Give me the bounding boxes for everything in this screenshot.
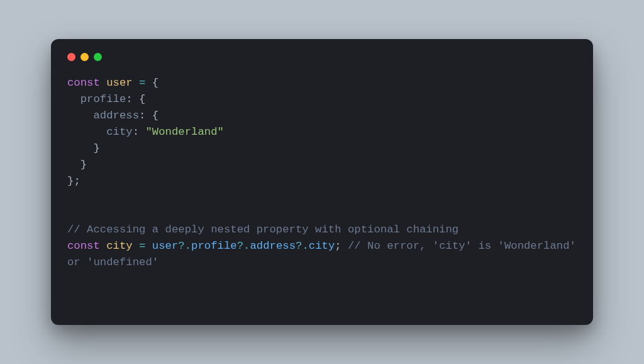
whitespace	[341, 240, 348, 252]
property-city: city	[106, 126, 132, 138]
comment-line: // Accessing a deeply nested property wi…	[67, 224, 458, 236]
keyword-const: const	[67, 77, 100, 89]
whitespace	[133, 240, 139, 252]
indent	[67, 159, 80, 171]
identifier-city: city	[106, 240, 132, 252]
zoom-icon[interactable]	[94, 53, 102, 61]
indent	[67, 142, 93, 154]
whitespace	[145, 110, 152, 122]
whitespace	[139, 126, 145, 138]
property-profile: profile	[80, 93, 126, 105]
whitespace	[100, 77, 106, 89]
code-line-2: profile: {	[67, 93, 145, 105]
code-line-5: }	[67, 142, 100, 154]
colon: :	[126, 93, 132, 105]
chain-address: address	[250, 240, 296, 252]
brace-close: }	[80, 159, 87, 171]
chain-profile: profile	[191, 240, 237, 252]
keyword-const: const	[67, 240, 100, 252]
indent	[67, 110, 93, 122]
code-window: const user = { profile: { address: { cit…	[51, 39, 593, 325]
code-line-8: // Accessing a deeply nested property wi…	[67, 224, 458, 236]
chain-city: city	[309, 240, 335, 252]
code-line-4: city: "Wonderland"	[67, 126, 224, 138]
string-wonderland: "Wonderland"	[145, 126, 223, 138]
identifier-user: user	[106, 77, 132, 89]
chain-user: user	[152, 240, 178, 252]
code-line-1: const user = {	[67, 77, 158, 89]
semicolon: ;	[74, 175, 80, 187]
whitespace	[100, 240, 106, 252]
whitespace	[133, 93, 139, 105]
indent	[67, 93, 80, 105]
optional-chain: ?.	[296, 240, 309, 252]
whitespace	[133, 77, 139, 89]
brace-open: {	[139, 93, 145, 105]
code-line-3: address: {	[67, 110, 158, 122]
optional-chain: ?.	[237, 240, 250, 252]
optional-chain: ?.	[178, 240, 191, 252]
colon: :	[139, 110, 145, 122]
code-line-9: const city = user?.profile?.address?.cit…	[67, 240, 582, 268]
semicolon: ;	[335, 240, 341, 252]
brace-close: }	[93, 142, 99, 154]
traffic-lights	[67, 53, 577, 61]
property-address: address	[93, 110, 139, 122]
minimize-icon[interactable]	[80, 53, 89, 61]
whitespace	[145, 240, 152, 252]
brace-close: }	[67, 175, 74, 187]
colon: :	[133, 126, 139, 138]
whitespace	[145, 77, 152, 89]
brace-open: {	[152, 110, 158, 122]
close-icon[interactable]	[67, 53, 75, 61]
operator-equals: =	[139, 240, 145, 252]
brace-open: {	[152, 77, 158, 89]
operator-equals: =	[139, 77, 145, 89]
indent	[67, 126, 106, 138]
code-line-6: }	[67, 159, 87, 171]
code-block: const user = { profile: { address: { cit…	[67, 75, 577, 271]
code-line-7: };	[67, 175, 80, 187]
